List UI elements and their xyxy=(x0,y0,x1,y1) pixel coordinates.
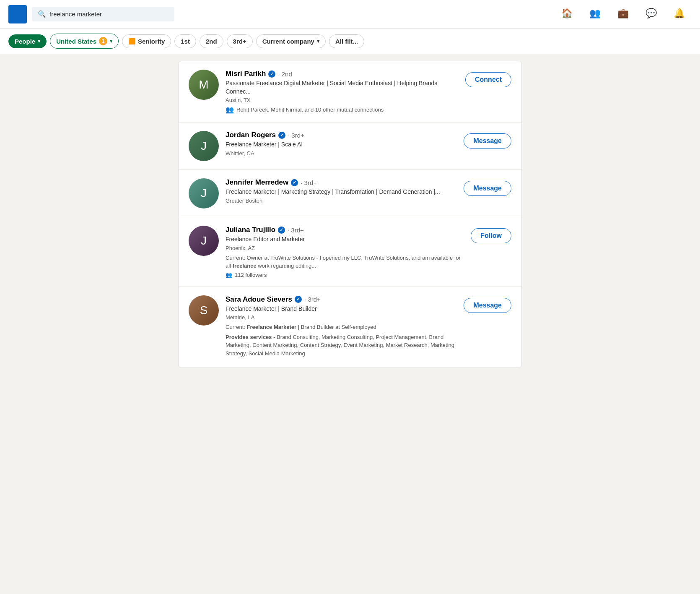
current-position: Current: Owner at TruWrite Solutions - I… xyxy=(226,254,462,270)
connection-degree: · 3rd+ xyxy=(288,132,304,139)
filter-all-label: All filt... xyxy=(335,38,358,45)
nav-my-network[interactable]: 👥 xyxy=(583,5,607,24)
header: 🔍 🏠 👥 💼 💬 🔔 xyxy=(0,0,700,29)
filter-1st-btn[interactable]: 1st xyxy=(174,34,196,48)
nav-notifications[interactable]: 🔔 xyxy=(667,5,692,24)
person-info: Jennifer Merredew✓· 3rd+Freelance Market… xyxy=(226,178,455,206)
result-card: SSara Adoue Sievers✓· 3rd+Freelance Mark… xyxy=(179,287,521,368)
seniority-icon: 🟧 xyxy=(128,38,135,44)
verified-icon: ✓ xyxy=(278,132,285,139)
chevron-down-icon-3: ▾ xyxy=(317,38,319,44)
filter-people-label: People xyxy=(15,38,35,45)
person-location: Austin, TX xyxy=(226,97,457,103)
person-name[interactable]: Sara Adoue Sievers xyxy=(226,295,292,304)
filter-company-label: Current company xyxy=(262,38,314,45)
avatar[interactable]: J xyxy=(189,131,219,161)
person-location: Phoenix, AZ xyxy=(226,245,462,251)
person-location: Whittier, CA xyxy=(226,150,455,156)
verified-icon: ✓ xyxy=(295,296,302,303)
linkedin-logo[interactable] xyxy=(8,5,27,23)
nav-jobs[interactable]: 💼 xyxy=(611,5,635,24)
current-position: Current: Freelance Marketer | Brand Buil… xyxy=(226,323,455,331)
nav-home[interactable]: 🏠 xyxy=(555,5,579,24)
person-name-row: Jennifer Merredew✓· 3rd+ xyxy=(226,178,455,187)
filter-seniority-label: Seniority xyxy=(138,38,165,45)
person-info: Jordan Rogers✓· 3rd+Freelance Marketer |… xyxy=(226,131,455,159)
filter-people-btn[interactable]: People ▾ xyxy=(8,34,47,48)
result-card: JJordan Rogers✓· 3rd+Freelance Marketer … xyxy=(179,122,521,170)
person-name[interactable]: Misri Parikh xyxy=(226,70,266,78)
person-name-row: Jordan Rogers✓· 3rd+ xyxy=(226,131,455,139)
connection-degree: · 3rd+ xyxy=(288,227,304,234)
mutual-text: Rohit Pareek, Mohit Nirmal, and 10 other… xyxy=(236,107,384,113)
followers-count: 👥112 followers xyxy=(226,272,462,278)
person-title: Freelance Editor and Marketer xyxy=(226,235,462,244)
mutual-connections: 👥Rohit Pareek, Mohit Nirmal, and 10 othe… xyxy=(226,106,457,114)
result-card: MMisri Parikh✓· 2ndPassionate Freelance … xyxy=(179,61,521,122)
action-follow-button[interactable]: Follow xyxy=(471,228,511,243)
person-title: Freelance Marketer | Scale AI xyxy=(226,141,455,149)
filter-bar: People ▾ United States 1 ▾ 🟧 Seniority 1… xyxy=(0,29,700,54)
search-bar: 🔍 xyxy=(32,7,174,21)
avatar[interactable]: J xyxy=(189,226,219,256)
filter-company-btn[interactable]: Current company ▾ xyxy=(256,34,326,48)
home-icon: 🏠 xyxy=(561,8,573,19)
filter-location-badge: 1 xyxy=(99,37,107,45)
action-message-button[interactable]: Message xyxy=(464,133,511,148)
main-nav: 🏠 👥 💼 💬 🔔 xyxy=(555,5,692,24)
action-connect-button[interactable]: Connect xyxy=(465,72,511,87)
notifications-icon: 🔔 xyxy=(674,8,685,19)
filter-2nd-btn[interactable]: 2nd xyxy=(200,34,223,48)
chevron-down-icon-2: ▾ xyxy=(110,38,112,44)
services-text: Provides services - Brand Consulting, Ma… xyxy=(226,333,455,358)
person-name-row: Sara Adoue Sievers✓· 3rd+ xyxy=(226,295,455,304)
followers-number: 112 followers xyxy=(235,272,267,278)
avatar[interactable]: M xyxy=(189,70,219,100)
person-title: Passionate Freelance Digital Marketer | … xyxy=(226,79,457,96)
mutual-icon: 👥 xyxy=(226,106,234,114)
messaging-icon: 💬 xyxy=(646,8,657,19)
connection-degree: · 3rd+ xyxy=(304,296,321,303)
filter-seniority-btn[interactable]: 🟧 Seniority xyxy=(122,34,171,48)
person-info: Misri Parikh✓· 2ndPassionate Freelance D… xyxy=(226,70,457,114)
connection-degree: · 2nd xyxy=(278,70,292,78)
jobs-icon: 💼 xyxy=(617,8,629,19)
filter-location-label: United States xyxy=(56,38,96,45)
filter-location-btn[interactable]: United States 1 ▾ xyxy=(50,34,119,49)
person-title: Freelance Marketer | Marketing Strategy … xyxy=(226,188,455,196)
result-card: JJennifer Merredew✓· 3rd+Freelance Marke… xyxy=(179,170,521,217)
avatar[interactable]: J xyxy=(189,178,219,208)
action-message-button[interactable]: Message xyxy=(464,298,511,313)
person-info: Sara Adoue Sievers✓· 3rd+Freelance Marke… xyxy=(226,295,455,360)
chevron-down-icon: ▾ xyxy=(38,38,40,44)
person-name[interactable]: Juliana Trujillo xyxy=(226,226,275,234)
person-location: Metairie, LA xyxy=(226,314,455,320)
avatar[interactable]: S xyxy=(189,295,219,326)
connection-degree: · 3rd+ xyxy=(301,179,317,186)
results-container: MMisri Parikh✓· 2ndPassionate Freelance … xyxy=(178,61,522,368)
followers-icon: 👥 xyxy=(226,272,232,278)
verified-icon: ✓ xyxy=(278,227,285,234)
network-icon: 👥 xyxy=(589,8,601,19)
filter-3rd-btn[interactable]: 3rd+ xyxy=(227,34,253,48)
person-name[interactable]: Jordan Rogers xyxy=(226,131,276,139)
person-name-row: Misri Parikh✓· 2nd xyxy=(226,70,457,78)
nav-messaging[interactable]: 💬 xyxy=(639,5,664,24)
person-location: Greater Boston xyxy=(226,198,455,204)
filter-2nd-label: 2nd xyxy=(206,38,217,45)
filter-3rd-label: 3rd+ xyxy=(233,38,246,45)
action-message-button[interactable]: Message xyxy=(464,181,511,196)
result-card: JJuliana Trujillo✓· 3rd+Freelance Editor… xyxy=(179,217,521,287)
person-name[interactable]: Jennifer Merredew xyxy=(226,178,288,187)
verified-icon: ✓ xyxy=(268,70,275,78)
verified-icon: ✓ xyxy=(291,179,298,186)
search-icon: 🔍 xyxy=(38,10,46,18)
filter-1st-label: 1st xyxy=(181,38,190,45)
filter-all-btn[interactable]: All filt... xyxy=(329,34,364,48)
person-name-row: Juliana Trujillo✓· 3rd+ xyxy=(226,226,462,234)
person-info: Juliana Trujillo✓· 3rd+Freelance Editor … xyxy=(226,226,462,278)
person-title: Freelance Marketer | Brand Builder xyxy=(226,305,455,313)
search-input[interactable] xyxy=(49,10,169,18)
